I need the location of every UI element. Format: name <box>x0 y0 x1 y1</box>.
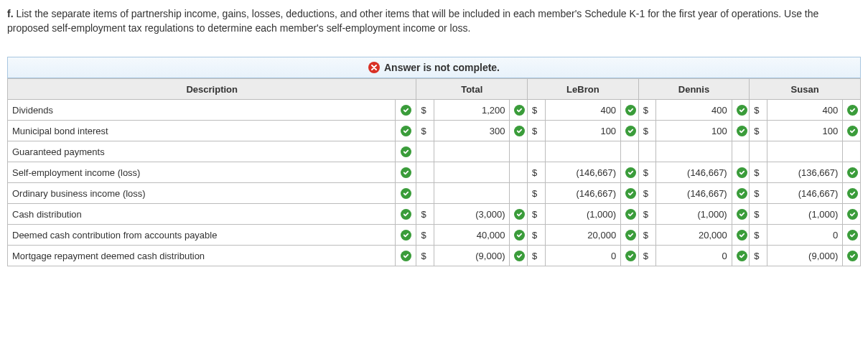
check-icon <box>847 251 858 261</box>
cell-mark <box>843 162 861 183</box>
currency-symbol: $ <box>750 225 767 246</box>
cell-mark <box>843 204 861 225</box>
currency-symbol: $ <box>750 162 767 183</box>
cell-value: 400 <box>545 100 621 121</box>
currency-symbol: $ <box>416 225 434 246</box>
cell-value <box>656 141 732 162</box>
check-icon <box>737 105 747 116</box>
check-icon <box>401 167 411 178</box>
row-check <box>395 183 416 204</box>
cell-value: (146,667) <box>545 183 621 204</box>
check-icon <box>625 230 636 241</box>
currency-symbol: $ <box>750 204 767 225</box>
cell-value: 20,000 <box>545 225 621 246</box>
row-check <box>395 204 416 225</box>
check-icon <box>625 105 636 116</box>
cell-mark <box>843 121 861 141</box>
cell-mark <box>621 246 639 266</box>
cell-mark <box>732 246 750 266</box>
check-icon <box>625 167 636 178</box>
cell-mark <box>621 100 639 121</box>
check-icon <box>401 209 411 220</box>
cell-value: (146,667) <box>545 162 621 183</box>
currency-symbol: $ <box>528 204 546 225</box>
row-check <box>395 141 416 162</box>
cell-mark <box>510 225 528 246</box>
status-banner: Answer is not complete. <box>7 57 861 78</box>
cell-mark <box>621 204 639 225</box>
check-icon <box>737 167 747 178</box>
cell-mark <box>732 121 750 141</box>
currency-symbol: $ <box>528 246 546 266</box>
row-description: Dividends <box>8 100 396 121</box>
check-icon <box>401 126 411 136</box>
cell-value: 400 <box>767 100 843 121</box>
currency-symbol <box>416 141 434 162</box>
row-check <box>395 162 416 183</box>
cell-value: 40,000 <box>434 225 510 246</box>
cell-mark <box>843 141 861 162</box>
cell-value: 100 <box>767 121 843 141</box>
cell-value: (9,000) <box>767 246 843 266</box>
currency-symbol <box>750 141 767 162</box>
cell-value: (136,667) <box>767 162 843 183</box>
cell-mark <box>843 225 861 246</box>
table-row: Dividends$1,200$400$400$400 <box>8 100 861 121</box>
check-icon <box>401 251 411 261</box>
question-body: List the separate items of partnership i… <box>7 8 818 34</box>
currency-symbol: $ <box>638 246 656 266</box>
cell-value: 20,000 <box>656 225 732 246</box>
cell-value <box>434 141 510 162</box>
cell-mark <box>843 246 861 266</box>
answer-table: Description Total LeBron Dennis Susan Di… <box>7 78 861 266</box>
row-description: Cash distribution <box>8 204 396 225</box>
currency-symbol: $ <box>416 204 434 225</box>
cell-value <box>545 141 621 162</box>
check-icon <box>514 251 525 261</box>
cell-mark <box>510 100 528 121</box>
check-icon <box>401 105 411 116</box>
check-icon <box>514 209 525 220</box>
currency-symbol: $ <box>416 121 434 141</box>
cell-mark <box>843 183 861 204</box>
check-icon <box>401 188 411 199</box>
cell-value: (1,000) <box>656 204 732 225</box>
currency-symbol: $ <box>416 100 434 121</box>
row-description: Guaranteed payments <box>8 141 396 162</box>
check-icon <box>737 188 747 199</box>
table-row: Mortgage repayment deemed cash distribut… <box>8 246 861 266</box>
check-icon <box>625 126 636 136</box>
cell-mark <box>621 141 639 162</box>
cell-mark <box>510 141 528 162</box>
check-icon <box>737 251 747 261</box>
cell-value: 0 <box>545 246 621 266</box>
table-row: Self-employment income (loss)$(146,667)$… <box>8 162 861 183</box>
currency-symbol: $ <box>638 100 656 121</box>
cell-mark <box>732 183 750 204</box>
cell-value <box>434 183 510 204</box>
cell-mark <box>732 100 750 121</box>
cell-value: 1,200 <box>434 100 510 121</box>
cell-mark <box>621 162 639 183</box>
cell-mark <box>732 162 750 183</box>
currency-symbol: $ <box>638 225 656 246</box>
check-icon <box>401 230 411 241</box>
currency-symbol: $ <box>750 100 767 121</box>
check-icon <box>514 230 525 241</box>
check-icon <box>514 105 525 116</box>
cell-mark <box>621 183 639 204</box>
currency-symbol: $ <box>528 121 546 141</box>
table-row: Deemed cash contribution from accounts p… <box>8 225 861 246</box>
table-row: Guaranteed payments <box>8 141 861 162</box>
cell-value: (1,000) <box>545 204 621 225</box>
currency-symbol: $ <box>416 246 434 266</box>
row-check <box>395 100 416 121</box>
cell-mark <box>510 183 528 204</box>
cell-value: 400 <box>656 100 732 121</box>
cell-value <box>434 162 510 183</box>
check-icon <box>737 126 747 136</box>
check-icon <box>401 146 411 157</box>
check-icon <box>514 126 525 136</box>
check-icon <box>625 188 636 199</box>
cell-mark <box>510 204 528 225</box>
